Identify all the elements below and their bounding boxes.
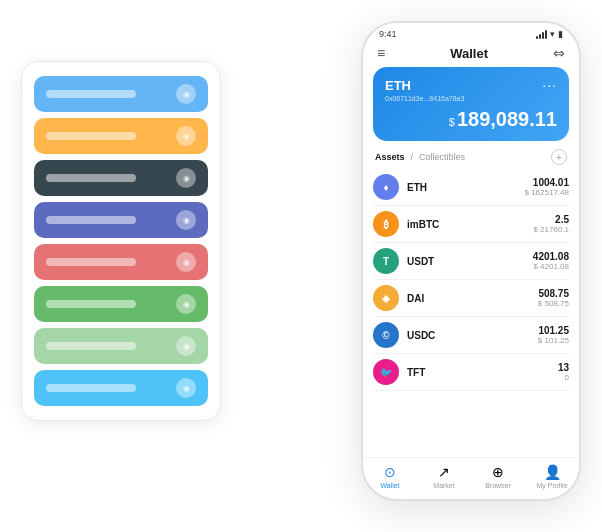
- bottom-nav: ⊙ Wallet ↗ Market ⊕ Browser 👤 My Profile: [363, 457, 579, 499]
- status-icons: ▾ ▮: [536, 29, 563, 39]
- nav-label: My Profile: [536, 482, 567, 489]
- asset-icon-imbtc: ₿: [373, 211, 399, 237]
- asset-row[interactable]: ◈ DAI 508.75 $ 508.75: [373, 280, 569, 317]
- eth-card-title: ETH: [385, 78, 411, 93]
- card-line: [46, 384, 136, 392]
- card-item-3[interactable]: ◉: [34, 202, 208, 238]
- asset-amount-sub: $ 162517.48: [525, 188, 570, 197]
- card-icon: ◉: [176, 210, 196, 230]
- signal-icon: [536, 30, 547, 39]
- wifi-icon: ▾: [550, 29, 555, 39]
- asset-amount-main: 4201.08: [533, 251, 569, 262]
- status-bar: 9:41 ▾ ▮: [363, 23, 579, 41]
- card-icon: ◉: [176, 252, 196, 272]
- card-icon: ◉: [176, 294, 196, 314]
- card-line: [46, 258, 136, 266]
- asset-icon-usdt: T: [373, 248, 399, 274]
- card-item-7[interactable]: ◉: [34, 370, 208, 406]
- asset-icon-usdc: ©: [373, 322, 399, 348]
- assets-header: Assets / Collectibles +: [363, 149, 579, 169]
- asset-amount-sub: $ 4201.08: [533, 262, 569, 271]
- card-line: [46, 342, 136, 350]
- asset-amount-sub: $ 21760.1: [533, 225, 569, 234]
- card-icon: ◉: [176, 378, 196, 398]
- tab-slash: /: [411, 152, 414, 162]
- scene: ◉◉◉◉◉◉◉◉ 9:41 ▾ ▮ ≡ Wallet ⇔: [21, 21, 581, 511]
- card-line: [46, 216, 136, 224]
- battery-icon: ▮: [558, 29, 563, 39]
- nav-icon: ⊕: [492, 464, 504, 480]
- card-item-1[interactable]: ◉: [34, 118, 208, 154]
- card-item-5[interactable]: ◉: [34, 286, 208, 322]
- nav-icon: ⊙: [384, 464, 396, 480]
- nav-icon: 👤: [544, 464, 561, 480]
- balance-currency: $: [449, 116, 455, 128]
- asset-icon-dai: ◈: [373, 285, 399, 311]
- phone-content: ETH ··· 0x08711d3e...8416a78a3 $189,089.…: [363, 67, 579, 457]
- asset-name: DAI: [407, 293, 538, 304]
- asset-name: ETH: [407, 182, 525, 193]
- asset-amount-sub: 0: [558, 373, 569, 382]
- card-line: [46, 300, 136, 308]
- eth-card-header: ETH ···: [385, 77, 557, 93]
- card-item-4[interactable]: ◉: [34, 244, 208, 280]
- nav-label: Market: [433, 482, 454, 489]
- asset-amounts: 1004.01 $ 162517.48: [525, 177, 570, 197]
- asset-list: ♦ ETH 1004.01 $ 162517.48 ₿ imBTC 2.5 $ …: [363, 169, 579, 457]
- tab-collectibles[interactable]: Collectibles: [419, 152, 465, 162]
- asset-name: TFT: [407, 367, 558, 378]
- card-icon: ◉: [176, 126, 196, 146]
- asset-icon-tft: 🐦: [373, 359, 399, 385]
- card-item-2[interactable]: ◉: [34, 160, 208, 196]
- asset-amount-main: 2.5: [533, 214, 569, 225]
- asset-amount-sub: $ 508.75: [538, 299, 569, 308]
- asset-name: USDT: [407, 256, 533, 267]
- status-time: 9:41: [379, 29, 397, 39]
- balance-value: 189,089.11: [457, 108, 557, 130]
- asset-amounts: 101.25 $ 101.25: [538, 325, 569, 345]
- eth-balance-card[interactable]: ETH ··· 0x08711d3e...8416a78a3 $189,089.…: [373, 67, 569, 141]
- eth-balance: $189,089.11: [385, 108, 557, 131]
- card-item-0[interactable]: ◉: [34, 76, 208, 112]
- card-stack: ◉◉◉◉◉◉◉◉: [21, 61, 221, 421]
- card-icon: ◉: [176, 336, 196, 356]
- asset-name: USDC: [407, 330, 538, 341]
- nav-item-browser[interactable]: ⊕ Browser: [471, 464, 525, 489]
- nav-label: Wallet: [380, 482, 399, 489]
- scan-icon[interactable]: ⇔: [553, 45, 565, 61]
- phone-header: ≡ Wallet ⇔: [363, 41, 579, 67]
- asset-row[interactable]: 🐦 TFT 13 0: [373, 354, 569, 391]
- asset-amounts: 2.5 $ 21760.1: [533, 214, 569, 234]
- nav-icon: ↗: [438, 464, 450, 480]
- asset-row[interactable]: ♦ ETH 1004.01 $ 162517.48: [373, 169, 569, 206]
- eth-address: 0x08711d3e...8416a78a3: [385, 95, 557, 102]
- eth-card-more[interactable]: ···: [542, 77, 557, 93]
- card-line: [46, 174, 136, 182]
- card-icon: ◉: [176, 84, 196, 104]
- menu-icon[interactable]: ≡: [377, 45, 385, 61]
- asset-amounts: 4201.08 $ 4201.08: [533, 251, 569, 271]
- add-asset-button[interactable]: +: [551, 149, 567, 165]
- nav-item-wallet[interactable]: ⊙ Wallet: [363, 464, 417, 489]
- nav-item-my-profile[interactable]: 👤 My Profile: [525, 464, 579, 489]
- asset-icon-eth: ♦: [373, 174, 399, 200]
- asset-amount-main: 101.25: [538, 325, 569, 336]
- asset-row[interactable]: T USDT 4201.08 $ 4201.08: [373, 243, 569, 280]
- asset-amount-main: 1004.01: [525, 177, 570, 188]
- asset-row[interactable]: ₿ imBTC 2.5 $ 21760.1: [373, 206, 569, 243]
- asset-name: imBTC: [407, 219, 533, 230]
- asset-amounts: 508.75 $ 508.75: [538, 288, 569, 308]
- asset-row[interactable]: © USDC 101.25 $ 101.25: [373, 317, 569, 354]
- nav-label: Browser: [485, 482, 511, 489]
- card-line: [46, 132, 136, 140]
- asset-amounts: 13 0: [558, 362, 569, 382]
- tab-assets[interactable]: Assets: [375, 152, 405, 162]
- card-icon: ◉: [176, 168, 196, 188]
- nav-item-market[interactable]: ↗ Market: [417, 464, 471, 489]
- asset-amount-main: 508.75: [538, 288, 569, 299]
- asset-amount-main: 13: [558, 362, 569, 373]
- card-item-6[interactable]: ◉: [34, 328, 208, 364]
- page-title: Wallet: [450, 46, 488, 61]
- asset-amount-sub: $ 101.25: [538, 336, 569, 345]
- phone: 9:41 ▾ ▮ ≡ Wallet ⇔ ETH: [361, 21, 581, 501]
